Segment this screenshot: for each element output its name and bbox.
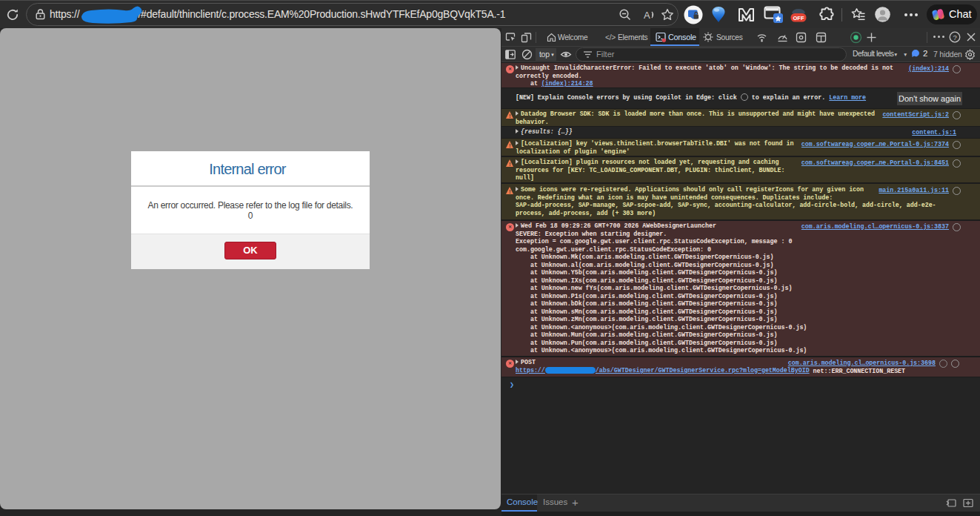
svg-text:A: A [644,10,650,21]
svg-text:OFF: OFF [793,15,804,22]
svg-text:?: ? [953,33,956,42]
